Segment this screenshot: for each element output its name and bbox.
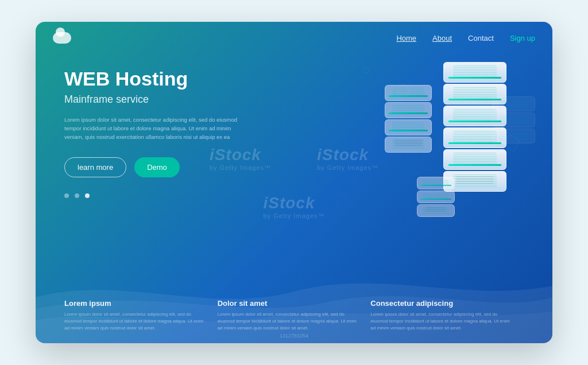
main-card: Home About Contact Sign up WEB Hosting M… bbox=[36, 22, 552, 343]
server-unit-ghost bbox=[492, 129, 535, 143]
server-unit-top bbox=[385, 137, 432, 153]
bottom-col-2: Dolor sit amet Lorem ipsum dolor sit ame… bbox=[218, 299, 371, 332]
nav-item-signup[interactable]: Sign up bbox=[510, 33, 535, 43]
bottom-col-1-title: Lorem ipsum bbox=[64, 299, 206, 308]
hero-body-text: Lorem ipsum dolor sit amet, consectetur … bbox=[64, 116, 248, 141]
pagination-dots bbox=[64, 193, 283, 198]
bottom-section: Lorem ipsum Lorem ipsum dolor sit amet, … bbox=[36, 251, 552, 343]
bottom-col-3-text: Lorem ipsum dolor sit amet, consectetur … bbox=[370, 311, 512, 332]
hero-buttons: learn more Demo bbox=[64, 157, 283, 177]
nav-links: Home About Contact Sign up bbox=[396, 33, 535, 43]
server-tower-small bbox=[417, 177, 455, 219]
logo bbox=[53, 32, 71, 44]
server-unit bbox=[385, 85, 432, 101]
server-unit bbox=[385, 102, 432, 118]
server-ghost bbox=[492, 96, 535, 145]
server-strip bbox=[420, 185, 451, 186]
hero-section: WEB Hosting Mainframe service Lorem ipsu… bbox=[64, 68, 283, 198]
navbar: Home About Contact Sign up bbox=[36, 22, 552, 54]
server-unit bbox=[443, 62, 506, 83]
cloud-icon bbox=[53, 32, 71, 44]
server-strip bbox=[420, 199, 451, 200]
server-tower-medium bbox=[385, 85, 432, 154]
bottom-col-1-text: Lorem ipsum dolor sit amet, consectetur … bbox=[64, 311, 206, 332]
server-strip bbox=[389, 130, 428, 131]
server-unit-ghost bbox=[492, 112, 535, 127]
server-unit-top bbox=[417, 204, 455, 217]
servers-illustration bbox=[305, 51, 524, 257]
dot-1[interactable] bbox=[64, 193, 69, 198]
server-unit bbox=[385, 119, 432, 135]
server-unit bbox=[417, 177, 455, 189]
bottom-col-1: Lorem ipsum Lorem ipsum dolor sit amet, … bbox=[64, 299, 218, 332]
learn-more-button[interactable]: learn more bbox=[64, 157, 126, 177]
server-strip bbox=[389, 112, 428, 114]
bottom-col-3: Consectetur adipiscing Lorem ipsum dolor… bbox=[370, 299, 524, 332]
nav-item-home[interactable]: Home bbox=[396, 33, 416, 43]
hero-subtitle: Mainframe service bbox=[64, 94, 283, 106]
bottom-col-3-title: Consectetur adipiscing bbox=[370, 299, 512, 308]
server-dot-grid bbox=[394, 139, 422, 147]
dot-2[interactable] bbox=[75, 193, 79, 198]
server-dot-grid bbox=[425, 207, 446, 212]
bottom-col-2-title: Dolor sit amet bbox=[218, 299, 359, 308]
server-strip bbox=[448, 77, 501, 79]
image-id-badge: 1212781054 bbox=[280, 333, 308, 339]
bottom-col-2-text: Lorem ipsum dolor sit amet, consectetur … bbox=[218, 311, 359, 332]
server-strip bbox=[448, 164, 501, 166]
server-strip bbox=[389, 95, 428, 97]
demo-button[interactable]: Demo bbox=[134, 157, 180, 177]
server-dot-grid bbox=[457, 175, 494, 185]
nav-item-about[interactable]: About bbox=[432, 33, 452, 43]
server-unit-ghost bbox=[492, 96, 535, 111]
nav-item-contact[interactable]: Contact bbox=[468, 33, 494, 43]
server-unit bbox=[443, 149, 506, 170]
server-unit bbox=[417, 191, 455, 203]
dot-3-active[interactable] bbox=[85, 193, 90, 198]
hero-title: WEB Hosting bbox=[64, 68, 283, 90]
